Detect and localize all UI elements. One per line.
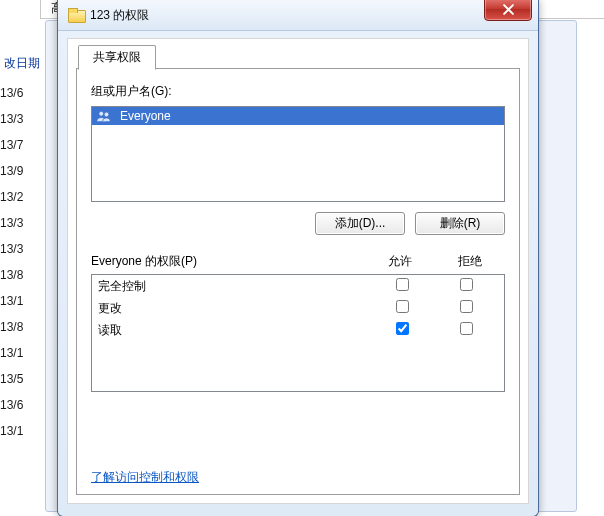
groups-users-label: 组或用户名(G):	[91, 83, 505, 100]
background-date: 13/3	[0, 236, 45, 262]
background-date: 13/1	[0, 418, 45, 444]
dialog-body: 共享权限 组或用户名(G): Ever	[67, 38, 529, 504]
permission-row: 更改	[92, 297, 504, 319]
folder-icon	[68, 8, 84, 22]
allow-checkbox[interactable]	[396, 278, 409, 291]
close-button[interactable]	[484, 0, 532, 21]
background-date: 13/3	[0, 106, 45, 132]
close-icon	[503, 4, 514, 15]
titlebar[interactable]: 123 的权限	[58, 0, 538, 31]
list-item[interactable]: Everyone	[92, 107, 504, 125]
remove-button[interactable]: 删除(R)	[415, 212, 505, 235]
background-date: 13/5	[0, 366, 45, 392]
permissions-dialog: 123 的权限 共享权限 组或用户名(G):	[57, 0, 539, 516]
permission-name: 读取	[98, 322, 370, 339]
background-date: 13/1	[0, 340, 45, 366]
user-name: Everyone	[120, 109, 171, 123]
svg-point-0	[99, 111, 104, 116]
svg-point-1	[104, 112, 109, 117]
window-title: 123 的权限	[90, 7, 149, 24]
tab-share-permissions[interactable]: 共享权限	[78, 45, 156, 70]
learn-link[interactable]: 了解访问控制和权限	[91, 469, 199, 486]
tab-strip: 共享权限	[78, 45, 156, 69]
background-date: 13/1	[0, 288, 45, 314]
deny-checkbox[interactable]	[460, 300, 473, 313]
allow-checkbox[interactable]	[396, 300, 409, 313]
permission-name: 更改	[98, 300, 370, 317]
background-date: 13/8	[0, 262, 45, 288]
add-button[interactable]: 添加(D)...	[315, 212, 405, 235]
column-header-date: 改日期	[4, 55, 40, 72]
permissions-for-label: Everyone 的权限(P)	[91, 253, 365, 270]
deny-checkbox[interactable]	[460, 278, 473, 291]
permission-name: 完全控制	[98, 278, 370, 295]
background-date: 13/6	[0, 80, 45, 106]
users-listbox[interactable]: Everyone	[91, 106, 505, 202]
allow-checkbox[interactable]	[396, 322, 409, 335]
permissions-listbox[interactable]: 完全控制更改读取	[91, 274, 505, 392]
background-date: 13/7	[0, 132, 45, 158]
background-date: 13/8	[0, 314, 45, 340]
background-date: 13/6	[0, 392, 45, 418]
background-date-column: 13/613/313/713/913/213/313/313/813/113/8…	[0, 80, 45, 444]
permission-row: 读取	[92, 319, 504, 341]
column-header-deny: 拒绝	[435, 253, 505, 270]
users-group-icon	[96, 109, 114, 123]
background-date: 13/2	[0, 184, 45, 210]
column-header-allow: 允许	[365, 253, 435, 270]
tab-page: 组或用户名(G): Everyone	[76, 68, 520, 495]
deny-checkbox[interactable]	[460, 322, 473, 335]
background-date: 13/9	[0, 158, 45, 184]
background-date: 13/3	[0, 210, 45, 236]
permission-row: 完全控制	[92, 275, 504, 297]
